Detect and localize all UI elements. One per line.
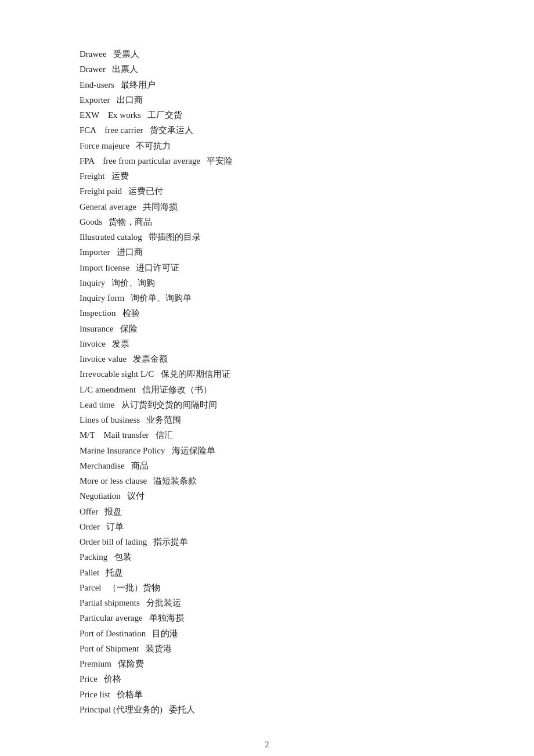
entry-chinese: 带插图的目录 bbox=[149, 232, 201, 242]
list-item: Order bill of lading 指示提单 bbox=[80, 534, 454, 549]
entry-english: FCA free carrier bbox=[80, 125, 143, 135]
entry-chinese: 发票金额 bbox=[133, 354, 168, 363]
entry-english: Inquiry bbox=[80, 278, 105, 287]
entry-english: M/T Mail transfer bbox=[80, 430, 149, 440]
entry-english: Pallet bbox=[80, 568, 99, 577]
entry-chinese: 受票人 bbox=[113, 49, 139, 59]
entry-english: Particular average bbox=[80, 613, 143, 622]
entry-english: Lead time bbox=[80, 400, 114, 409]
list-item: EXW Ex works 工厂交货 bbox=[80, 107, 454, 123]
list-item: End-users 最终用户 bbox=[80, 77, 454, 92]
entry-english: Inspection bbox=[80, 308, 116, 318]
entry-english: L/C amendment bbox=[80, 385, 136, 394]
entry-chinese: 平安险 bbox=[207, 156, 233, 165]
entry-chinese: 检验 bbox=[122, 308, 140, 318]
entry-chinese: 从订货到交货的间隔时间 bbox=[121, 400, 217, 409]
list-item: M/T Mail transfer 信汇 bbox=[80, 427, 454, 442]
list-item: Invoice 发票 bbox=[80, 336, 454, 351]
entry-english: Order bill of lading bbox=[80, 537, 147, 546]
list-item: Price 价格 bbox=[80, 671, 454, 686]
entry-chinese: 指示提单 bbox=[153, 537, 188, 546]
entry-chinese: 发票 bbox=[112, 339, 129, 348]
entry-english: General average bbox=[80, 202, 136, 211]
list-item: Port of Destination 目的港 bbox=[80, 626, 454, 641]
entry-english: Order bbox=[80, 522, 100, 531]
entry-chinese: 进口商 bbox=[117, 247, 143, 257]
list-item: Inspection 检验 bbox=[80, 305, 454, 321]
entry-english: Drawee bbox=[80, 49, 107, 59]
entry-english: Marine Insurance Policy bbox=[80, 446, 165, 455]
list-item: Price list 价格单 bbox=[80, 687, 454, 702]
list-item: Negotiation 议付 bbox=[80, 488, 454, 503]
entry-english: FPA free from particular average bbox=[80, 156, 200, 165]
list-item: Lead time 从订货到交货的间隔时间 bbox=[80, 397, 454, 412]
list-item: Inquiry form 询价单、询购单 bbox=[80, 290, 454, 305]
list-item: Offer 报盘 bbox=[80, 504, 454, 519]
entry-english: Importer bbox=[80, 247, 110, 257]
entry-chinese: 运费 bbox=[111, 171, 129, 181]
entry-chinese: 订单 bbox=[106, 522, 124, 531]
entry-chinese: 托盘 bbox=[106, 568, 123, 577]
entry-chinese: 海运保险单 bbox=[172, 446, 215, 455]
entry-english: Inquiry form bbox=[80, 293, 124, 303]
entry-chinese: 业务范围 bbox=[146, 415, 181, 424]
list-item: L/C amendment 信用证修改（书） bbox=[80, 382, 454, 397]
entry-english: Exporter bbox=[80, 95, 110, 105]
entry-chinese: 报盘 bbox=[104, 507, 122, 516]
entry-english: More or less clause bbox=[80, 476, 147, 485]
entry-chinese: 信用证修改（书） bbox=[142, 385, 212, 394]
list-item: Freight 运费 bbox=[80, 168, 454, 183]
entry-english: Port of Destination bbox=[80, 629, 146, 638]
list-item: Partial shipments 分批装运 bbox=[80, 595, 454, 610]
entry-english: Negotiation bbox=[80, 491, 121, 501]
entry-chinese: 价格单 bbox=[117, 690, 143, 699]
entry-english: Premium bbox=[80, 659, 111, 668]
list-item: Particular average 单独海损 bbox=[80, 610, 454, 625]
entry-chinese: 运费已付 bbox=[128, 186, 163, 196]
page-number: 2 bbox=[80, 740, 454, 750]
entry-english: Parcel bbox=[80, 583, 101, 592]
entry-chinese: 单独海损 bbox=[149, 613, 184, 622]
list-item: Lines of business 业务范围 bbox=[80, 412, 454, 427]
entry-english: Illustrated catalog bbox=[80, 232, 142, 242]
entry-chinese: 装货港 bbox=[146, 644, 172, 653]
list-item: Importer 进口商 bbox=[80, 244, 454, 260]
entry-english: Goods bbox=[80, 217, 102, 226]
list-item: Pallet 托盘 bbox=[80, 565, 454, 580]
list-item: Invoice value 发票金额 bbox=[80, 351, 454, 366]
entry-chinese: 分批装运 bbox=[146, 598, 181, 607]
entry-english: Partial shipments bbox=[80, 598, 140, 607]
entry-english: Drawer bbox=[80, 64, 106, 74]
list-item: Freight paid 运费已付 bbox=[80, 183, 454, 199]
list-item: Premium 保险费 bbox=[80, 656, 454, 671]
entry-chinese: 货交承运人 bbox=[150, 125, 193, 135]
list-item: FPA free from particular average 平安险 bbox=[80, 153, 454, 168]
entry-english: Principal (代理业务的) bbox=[80, 705, 163, 714]
entry-chinese: 进口许可证 bbox=[136, 263, 179, 272]
entry-english: Freight bbox=[80, 171, 104, 181]
entry-chinese: 包装 bbox=[114, 552, 132, 561]
entry-chinese: 最终用户 bbox=[121, 80, 156, 89]
entry-chinese: 工厂交货 bbox=[147, 110, 182, 120]
list-item: Insurance 保险 bbox=[80, 321, 454, 336]
list-item: Port of Shipment 装货港 bbox=[80, 641, 454, 656]
entry-chinese: 出票人 bbox=[112, 64, 138, 74]
entry-chinese: 货物，商品 bbox=[109, 217, 152, 226]
entry-chinese: 委托人 bbox=[169, 705, 195, 714]
entry-chinese: 保险费 bbox=[118, 659, 144, 668]
entry-english: Port of Shipment bbox=[80, 644, 139, 653]
entry-english: Irrevocable sight L/C bbox=[80, 369, 154, 379]
entry-chinese: 商品 bbox=[131, 461, 149, 470]
list-item: Parcel （一批）货物 bbox=[80, 580, 454, 595]
entry-english: Invoice value bbox=[80, 354, 127, 363]
list-item: Merchandise 商品 bbox=[80, 458, 454, 473]
list-item: Exporter 出口商 bbox=[80, 92, 454, 107]
entry-chinese: 保兑的即期信用证 bbox=[161, 369, 230, 379]
list-item: Force majeure 不可抗力 bbox=[80, 138, 454, 153]
entry-chinese: 目的港 bbox=[152, 629, 178, 638]
list-item: Drawee 受票人 bbox=[80, 46, 454, 62]
entry-chinese: 保险 bbox=[120, 324, 138, 333]
list-item: Marine Insurance Policy 海运保险单 bbox=[80, 443, 454, 458]
entry-chinese: 出口商 bbox=[117, 95, 143, 105]
entry-chinese: 询价、询购 bbox=[111, 278, 155, 287]
